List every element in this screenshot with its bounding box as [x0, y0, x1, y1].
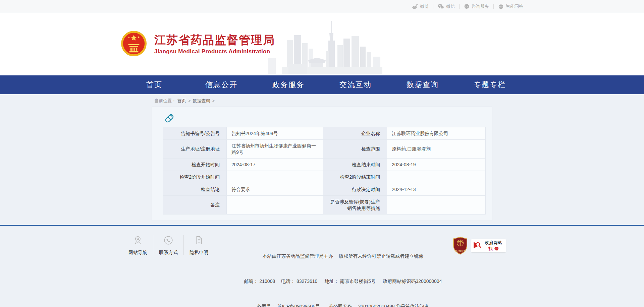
topbar-item-label: 智能问答	[506, 3, 523, 9]
field-label: 生产地址/注册地址	[163, 140, 227, 159]
topbar-divider	[433, 4, 433, 9]
breadcrumb-prefix: 当前位置：	[154, 98, 176, 103]
field-value: 江苏省扬州市扬州生物健康产业园健康一路9号	[227, 140, 323, 159]
field-value: 符合要求	[227, 183, 323, 196]
topbar-item-label: 微信	[446, 3, 455, 9]
gov-site-find-error-badge[interactable]: 政府网站 找错	[471, 239, 506, 252]
field-label: 检查开始时间	[163, 159, 227, 171]
find-error-magnifier-icon	[473, 241, 482, 251]
field-value: 江苏联环药业股份有限公司	[387, 127, 486, 140]
inspection-table: 告知书编号/公告号 告知书2024年第408号 企业名称 江苏联环药业股份有限公…	[163, 127, 486, 214]
field-label: 检查结束时间	[323, 159, 387, 171]
breadcrumb-link-home[interactable]: 首页	[177, 98, 186, 103]
breadcrumb-separator: >	[188, 98, 191, 103]
field-value: 告知书2024年第408号	[227, 127, 323, 140]
field-value: 2024-08-19	[387, 159, 486, 171]
site-brand: 江苏省药品监督管理局 Jiangsu Medical Products Admi…	[154, 34, 275, 55]
find-error-badge-line1: 政府网站	[485, 240, 502, 245]
breadcrumb-link-data-query[interactable]: 数据查询	[193, 98, 210, 103]
nav-item-home[interactable]: 首页	[121, 75, 188, 94]
field-label: 检查范围	[323, 140, 387, 159]
footer-line-contact: 邮编： 210008 电话： 83273610 地址： 南京市鼓楼街5号 政府网…	[237, 277, 448, 286]
wechat-icon	[438, 4, 444, 9]
field-value	[227, 196, 323, 214]
footer-info-text: 本站由江苏省药品监督管理局主办 版权所有未经许可禁止转载或者建立镜像 邮编： 2…	[214, 235, 448, 307]
smart-qa-link[interactable]: 智能问答	[498, 3, 523, 9]
map-pin-icon	[133, 235, 143, 247]
nav-item-info-disclosure[interactable]: 信息公开	[188, 75, 255, 94]
top-utility-bar: 微博 微信	[0, 0, 644, 13]
nav-item-gov-services[interactable]: 政务服务	[255, 75, 322, 94]
site-header: 江苏省药品监督管理局 Jiangsu Medical Products Admi…	[0, 13, 644, 75]
city-skyline-graphic	[268, 20, 389, 75]
topbar-item-label: 咨询服务	[472, 3, 489, 9]
nav-item-data-query[interactable]: 数据查询	[389, 75, 456, 94]
field-value	[387, 196, 486, 214]
smart-qa-icon	[498, 4, 504, 9]
party-gov-shield-badge[interactable]: 党政机关	[452, 237, 468, 255]
document-icon	[194, 235, 204, 247]
table-row: 检查开始时间 2024-08-17 检查结束时间 2024-08-19	[163, 159, 486, 171]
footer-link-label: 网站导航	[128, 250, 147, 256]
field-label: 是否涉及暂停(恢复)生产销售使用等措施	[323, 196, 387, 214]
field-label: 告知书编号/公告号	[163, 127, 227, 140]
table-row: 检查2阶段开始时间 检查2阶段结束时间	[163, 171, 486, 183]
footer-line-host: 本站由江苏省药品监督管理局主办 版权所有未经许可禁止转载或者建立镜像	[237, 252, 448, 260]
site-footer: 网站导航 联系方式	[0, 226, 644, 307]
footer-link-label: 隐私申明	[190, 250, 208, 256]
svg-text:党政机关: 党政机关	[454, 249, 466, 253]
main-content-area: 当前位置：首页>数据查询> 告知书编号/公告号 告知书2024年第408号 企业	[0, 94, 644, 225]
footer-link-sitemap[interactable]: 网站导航	[123, 235, 153, 256]
weibo-icon	[412, 4, 418, 9]
field-value	[387, 171, 486, 183]
consult-service-link[interactable]: 咨询服务	[464, 3, 489, 9]
field-value: 2024-12-13	[387, 183, 486, 196]
footer-link-label: 联系方式	[159, 250, 178, 256]
find-error-badge-text: 政府网站 找错	[483, 240, 504, 251]
topbar-divider	[459, 4, 460, 9]
field-label: 备注	[163, 196, 227, 214]
field-label: 行政决定时间	[323, 183, 387, 196]
footer-quick-links: 网站导航 联系方式	[123, 235, 214, 256]
breadcrumb-separator: >	[212, 98, 215, 103]
inspection-detail-panel: 告知书编号/公告号 告知书2024年第408号 企业名称 江苏联环药业股份有限公…	[152, 107, 492, 221]
topbar-item-label: 微博	[420, 3, 429, 9]
breadcrumb: 当前位置：首页>数据查询>	[121, 94, 523, 107]
footer-line-icp: 备案号： 苏ICP备09039606号 苏公网安备： 3201060201048…	[237, 302, 448, 307]
weibo-link[interactable]: 微博	[412, 3, 429, 9]
topbar-divider	[493, 4, 494, 9]
field-value: 原料药,口服溶液剂	[387, 140, 486, 159]
consult-service-icon	[464, 4, 470, 9]
field-value: 2024-08-17	[227, 159, 323, 171]
field-label: 检查2阶段开始时间	[163, 171, 227, 183]
field-label: 检查结论	[163, 183, 227, 196]
find-error-badge-line2: 找错	[487, 246, 501, 251]
table-row: 检查结论 符合要求 行政决定时间 2024-12-13	[163, 183, 486, 196]
wechat-link[interactable]: 微信	[438, 3, 455, 9]
site-title: 江苏省药品监督管理局	[154, 34, 275, 47]
main-navigation: 首页 信息公开 政务服务 交流互动 数据查询 专题专栏	[0, 75, 644, 94]
field-label: 检查2阶段结束时间	[323, 171, 387, 183]
nav-item-special-topics[interactable]: 专题专栏	[456, 75, 523, 94]
nav-item-interaction[interactable]: 交流互动	[322, 75, 389, 94]
phone-icon	[163, 235, 173, 247]
footer-link-privacy[interactable]: 隐私申明	[184, 235, 214, 256]
site-subtitle: Jiangsu Medical Products Administration	[154, 48, 275, 55]
find-error-badge-divider	[485, 246, 502, 246]
field-label: 企业名称	[323, 127, 387, 140]
pill-capsule-icon	[164, 113, 483, 124]
field-value	[227, 171, 323, 183]
national-emblem-logo	[121, 30, 147, 58]
table-row: 告知书编号/公告号 告知书2024年第408号 企业名称 江苏联环药业股份有限公…	[163, 127, 486, 140]
table-row: 备注 是否涉及暂停(恢复)生产销售使用等措施	[163, 196, 486, 214]
footer-badges: 党政机关 政府网站 找错	[452, 237, 506, 255]
footer-link-contact[interactable]: 联系方式	[153, 235, 183, 256]
table-row: 生产地址/注册地址 江苏省扬州市扬州生物健康产业园健康一路9号 检查范围 原料药…	[163, 140, 486, 159]
